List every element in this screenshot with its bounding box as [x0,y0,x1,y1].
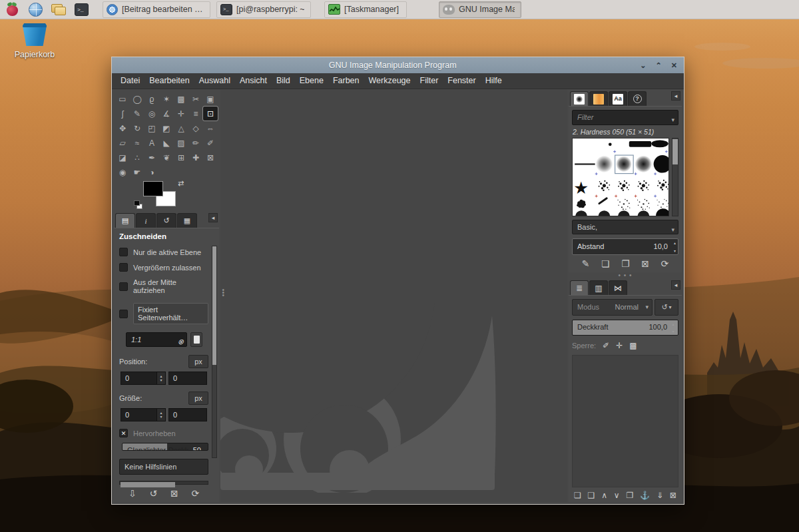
collapse-brushes-dock-button[interactable]: ◂ [671,91,680,101]
size-spinner[interactable]: ▴▾ [157,408,166,421]
tool-measure[interactable]: ∡ [159,107,174,121]
tool-align[interactable]: ≡ [188,107,203,121]
checkbox[interactable] [119,263,128,272]
duplicate-layer-button[interactable]: ❐ [627,491,634,499]
position-unit-dropdown[interactable]: px [188,355,208,368]
lock-pixels-icon[interactable]: ✐ [603,341,609,350]
dock-splitter-handle[interactable]: • • • [569,272,682,278]
tool-foreground-select[interactable]: ▣ [203,92,218,106]
delete-preset-button[interactable]: ⊠ [170,489,178,498]
tool-paintbrush[interactable]: ✐ [203,136,218,150]
option-fixed-aspect[interactable]: Fixiert Seitenverhält… [119,303,208,324]
menu-bearbeiten[interactable]: Bearbeiten [144,73,194,89]
tool-shear[interactable]: ◩ [159,121,174,135]
tool-free-select[interactable]: ϱ [144,92,159,106]
refresh-brushes-button[interactable]: ⟳ [661,259,668,268]
brush-tag-dropdown[interactable]: Basic, ▾ [572,220,678,234]
tool-bucket-fill[interactable]: ◣ [159,136,174,150]
tool-smudge[interactable]: ☛ [130,165,144,179]
delete-brush-button[interactable]: ⊠ [641,259,649,268]
brush-spacing-slider[interactable]: Abstand 10,0 ▴ ▾ [572,238,678,255]
duplicate-brush-button[interactable]: ❐ [621,259,630,268]
tool-unified-transform[interactable]: ✥ [115,121,130,135]
spin-down-icon[interactable]: ▾ [672,329,674,334]
merge-down-button[interactable]: ⇓ [657,491,663,499]
tool-flip[interactable]: ⇔ [203,121,218,135]
brushes-tab[interactable] [570,91,589,106]
tool-rectangle-select[interactable]: ▭ [115,92,130,106]
clear-icon[interactable]: ⊗ [178,335,184,348]
default-colors-icon[interactable] [134,200,142,209]
window-titlebar[interactable]: GNU Image Manipulation Program ⌄ ⌃ ✕ [112,57,684,73]
menu-filter[interactable]: Filter [415,73,443,89]
tool-eraser[interactable]: ◪ [115,150,130,164]
anchor-layer-button[interactable]: ⚓ [640,491,650,499]
option-allow-growing[interactable]: Vergrößern zulassen [119,263,208,272]
checkbox[interactable] [119,310,128,318]
menu-datei[interactable]: Datei [116,73,144,89]
reset-tool-button[interactable]: ⟳ [191,489,199,498]
brush-grid-scrollbar[interactable] [672,138,678,216]
task-button-terminal[interactable]: >_ [pi@raspberrypi: ~] [216,1,311,18]
channels-tab[interactable]: ▥ [589,280,608,295]
tool-scale[interactable]: ◰ [144,121,159,135]
guides-dropdown[interactable]: Keine Hilfslinien [119,459,208,475]
tool-pencil[interactable]: ✏ [188,136,203,150]
menu-hilfe[interactable]: Hilfe [481,73,507,89]
checkbox-checked[interactable]: ✕ [119,429,128,437]
lower-layer-button[interactable]: ∨ [614,491,620,499]
tool-select-by-color[interactable]: ▩ [174,92,188,106]
tool-options-hscrollbar[interactable] [119,481,208,485]
save-preset-button[interactable]: ⇩ [129,489,136,498]
tool-dodge-burn[interactable]: ◑ [144,165,159,179]
size-height-field[interactable]: 0 [168,408,207,421]
menu-ebene[interactable]: Ebene [295,73,328,89]
browser-globe-icon[interactable] [28,2,43,17]
aspect-ratio-input[interactable]: 1:1 ⊗ [126,332,187,347]
tool-warp-transform[interactable]: ≈ [130,136,144,150]
size-unit-dropdown[interactable]: px [188,392,208,405]
menu-ansicht[interactable]: Ansicht [235,73,272,89]
dock-resize-handle[interactable]: ••• [222,289,224,297]
tool-text[interactable]: A [144,136,159,150]
new-layer-group-button[interactable]: ❑ [588,491,595,499]
tool-heal[interactable]: ✚ [188,150,203,164]
tool-scissors-select[interactable]: ✂ [188,92,203,106]
close-window-button[interactable]: ✕ [671,57,677,73]
tool-blur-sharpen[interactable]: ◉ [115,165,130,179]
patterns-tab[interactable] [589,91,608,106]
menu-raspberry-icon[interactable] [5,2,20,17]
option-active-layer[interactable]: Nur die aktive Ebene [119,248,208,256]
tool-rotate[interactable]: ↻ [130,121,144,135]
tool-cage-transform[interactable]: ▱ [115,136,130,150]
size-width-field[interactable]: 0 [121,408,157,421]
position-y-field[interactable]: 0 [168,372,207,385]
tool-paths[interactable]: ʃ [115,107,130,121]
highlight-opacity-slider[interactable]: Glanzlichter-Deckk… 50, [122,443,208,451]
tool-mypaint-brush[interactable]: ❦ [159,150,174,164]
shade-window-button[interactable]: ⌄ [640,57,646,73]
spin-up-icon[interactable]: ▴ [674,240,676,245]
tool-perspective-clone[interactable]: ⊠ [203,150,218,164]
brush-grid[interactable]: ★ [572,138,669,216]
restore-preset-button[interactable]: ↺ [149,489,157,498]
new-layer-button[interactable]: ❏ [574,491,581,499]
undo-history-tab[interactable]: ↺ [156,213,176,228]
layers-tab[interactable]: ≣ [570,280,589,295]
task-button-browser[interactable]: [Beitrag bearbeiten ‹ … [103,1,210,18]
delete-layer-button[interactable]: ⊠ [670,491,676,499]
paths-tab[interactable]: ⋈ [609,280,627,295]
task-button-taskmanager[interactable]: [Taskmanager] [324,1,407,18]
maximize-window-button[interactable]: ⌃ [656,57,662,73]
checkbox[interactable] [119,282,128,291]
images-tab[interactable]: ▦ [177,213,197,228]
trash-desktop-icon[interactable]: Papierkorb [8,23,61,59]
tool-3d-transform[interactable]: ◇ [188,121,203,135]
tool-fuzzy-select[interactable]: ✶ [159,92,174,106]
swap-colors-icon[interactable]: ⇄ [178,179,184,188]
spin-up-icon[interactable]: ▴ [672,322,674,326]
option-expand-from-center[interactable]: Aus der Mitte aufziehen [119,278,208,294]
tool-ellipse-select[interactable]: ◯ [130,92,144,106]
tool-clone[interactable]: ⊞ [174,150,188,164]
menu-fenster[interactable]: Fenster [443,73,480,89]
